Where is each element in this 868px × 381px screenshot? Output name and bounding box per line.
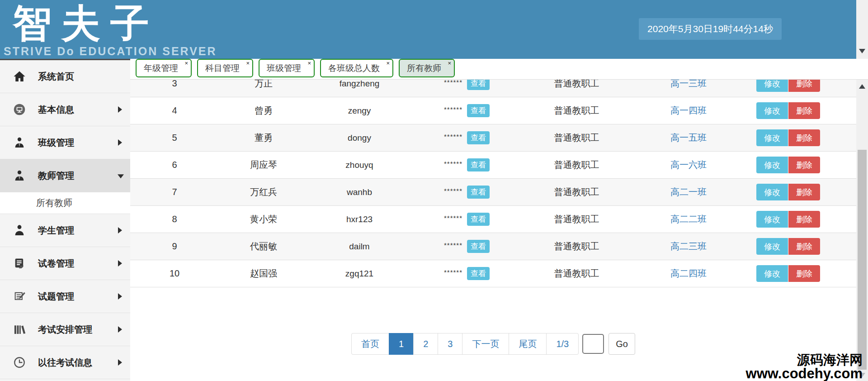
cell-name: 董勇 (219, 132, 308, 144)
cell-class: 高二二班 (664, 213, 713, 225)
sidebar-item-label: 考试安排管理 (38, 324, 92, 336)
password-masked: ****** (444, 80, 462, 86)
cell-role: 普通教职工 (490, 80, 664, 90)
password-masked: ****** (444, 241, 462, 249)
sidebar-subitem-label: 所有教师 (36, 197, 72, 209)
person-icon (13, 169, 26, 182)
go-button[interactable]: Go (609, 333, 635, 355)
table-row: 6 周应琴 zhouyq ****** 查看 普通教职工 高一六班 修改 删除 (130, 152, 856, 179)
edit-button[interactable]: 修改 (756, 129, 788, 146)
cell-actions: 修改 删除 (713, 157, 856, 173)
sidebar-item-home[interactable]: 系统首页 (0, 60, 130, 93)
datetime-badge: 2020年5月30日19时44分14秒 (639, 18, 782, 40)
cell-number: 10 (130, 268, 219, 279)
class-link[interactable]: 高一四班 (670, 105, 707, 115)
pagination-first[interactable]: 首页 (351, 333, 389, 355)
watermark-site-name: 源码海洋网 (746, 353, 863, 367)
cell-password: ****** 查看 (410, 186, 490, 199)
cell-class: 高一四班 (664, 105, 713, 117)
class-link[interactable]: 高一六班 (670, 160, 707, 170)
close-icon[interactable]: × (386, 60, 390, 66)
delete-button[interactable]: 删除 (788, 157, 820, 173)
tab-grade-mgmt[interactable]: 年级管理 × (136, 59, 192, 77)
delete-button[interactable]: 删除 (788, 102, 820, 119)
tab-class-mgmt[interactable]: 班级管理 × (259, 59, 315, 77)
logo-title: 智夫子 (13, 0, 159, 50)
close-icon[interactable]: × (307, 60, 311, 66)
password-masked: ****** (444, 268, 462, 276)
chevron-right-icon (118, 260, 122, 267)
sidebar-item-label: 试卷管理 (38, 257, 74, 270)
delete-button[interactable]: 删除 (788, 238, 820, 255)
edit-button[interactable]: 修改 (756, 238, 788, 255)
sidebar: 系统首页 基本信息 班级管理 教师管理 所有教师 (0, 59, 130, 381)
password-masked: ****** (444, 105, 462, 113)
class-link[interactable]: 高一三班 (670, 80, 707, 88)
document-icon (13, 257, 26, 270)
view-password-button[interactable]: 查看 (467, 213, 490, 226)
content-scrollbar[interactable] (856, 80, 868, 381)
watermark: 源码海洋网 www.codehy.com (746, 353, 863, 381)
scroll-up-icon[interactable] (859, 84, 865, 89)
view-password-button[interactable]: 查看 (467, 131, 490, 144)
view-password-button[interactable]: 查看 (467, 104, 490, 117)
person-icon (13, 136, 26, 149)
tab-class-headcount[interactable]: 各班级总人数 × (320, 59, 393, 77)
edit-button[interactable]: 修改 (756, 102, 788, 119)
chevron-right-icon (118, 293, 122, 300)
edit-button[interactable]: 修改 (756, 157, 788, 173)
cell-role: 普通教职工 (490, 159, 664, 171)
cell-role: 普通教职工 (490, 267, 664, 280)
scroll-down-icon[interactable] (859, 49, 865, 53)
delete-button[interactable]: 删除 (788, 265, 820, 282)
close-icon[interactable]: × (184, 60, 188, 66)
sidebar-item-exam-schedule-mgmt[interactable]: 考试安排管理 (0, 313, 130, 346)
view-password-button[interactable]: 查看 (467, 267, 490, 280)
sidebar-item-exam-paper-mgmt[interactable]: 试卷管理 (0, 247, 130, 280)
pagination-page-1[interactable]: 1 (389, 333, 414, 355)
sidebar-item-question-mgmt[interactable]: 试题管理 (0, 280, 130, 313)
app-header: 智夫子 STRIVE Do EDUCATION SERVER 2020年5月30… (0, 0, 856, 59)
pagination-next[interactable]: 下一页 (462, 333, 509, 355)
page-scrollbar-top[interactable] (856, 0, 868, 59)
pagination-page-3[interactable]: 3 (438, 333, 462, 355)
cell-class: 高一五班 (664, 132, 713, 144)
class-link[interactable]: 高二二班 (670, 214, 707, 224)
sidebar-item-label: 班级管理 (38, 137, 74, 149)
tab-subject-mgmt[interactable]: 科目管理 × (197, 59, 253, 77)
view-password-button[interactable]: 查看 (467, 80, 490, 90)
class-link[interactable]: 高二一班 (670, 187, 707, 197)
sidebar-item-basic-info[interactable]: 基本信息 (0, 93, 130, 126)
edit-button[interactable]: 修改 (756, 265, 788, 282)
delete-button[interactable]: 删除 (788, 129, 820, 146)
class-link[interactable]: 高二三班 (670, 241, 707, 251)
cell-role: 普通教职工 (490, 186, 664, 198)
sidebar-subitem-all-teachers[interactable]: 所有教师 (0, 192, 130, 214)
view-password-button[interactable]: 查看 (467, 158, 490, 171)
class-link[interactable]: 高一五班 (670, 133, 707, 143)
pagination-last[interactable]: 尾页 (509, 333, 547, 355)
sidebar-item-teacher-mgmt[interactable]: 教师管理 (0, 159, 130, 192)
pagination-page-2[interactable]: 2 (413, 333, 438, 355)
view-password-button[interactable]: 查看 (467, 240, 490, 253)
scrollbar-thumb[interactable] (858, 150, 867, 370)
close-icon[interactable]: × (448, 60, 451, 66)
delete-button[interactable]: 删除 (788, 184, 820, 200)
tab-label: 班级管理 (267, 62, 301, 74)
cell-actions: 修改 删除 (713, 129, 856, 146)
delete-button[interactable]: 删除 (788, 211, 820, 228)
sidebar-item-class-mgmt[interactable]: 班级管理 (0, 126, 130, 159)
view-password-button[interactable]: 查看 (467, 186, 490, 199)
class-link[interactable]: 高二四班 (670, 268, 707, 278)
edit-button[interactable]: 修改 (756, 211, 788, 228)
tab-all-teachers[interactable]: 所有教师 × (399, 59, 455, 77)
cell-actions: 修改 删除 (713, 184, 856, 200)
edit-button[interactable]: 修改 (756, 80, 788, 92)
sidebar-item-student-mgmt[interactable]: 学生管理 (0, 214, 130, 247)
books-icon (13, 323, 26, 336)
delete-button[interactable]: 删除 (788, 80, 820, 92)
sidebar-item-past-exam-info[interactable]: 以往考试信息 (0, 346, 130, 379)
page-number-input[interactable] (582, 334, 604, 354)
close-icon[interactable]: × (246, 60, 250, 66)
edit-button[interactable]: 修改 (756, 184, 788, 200)
